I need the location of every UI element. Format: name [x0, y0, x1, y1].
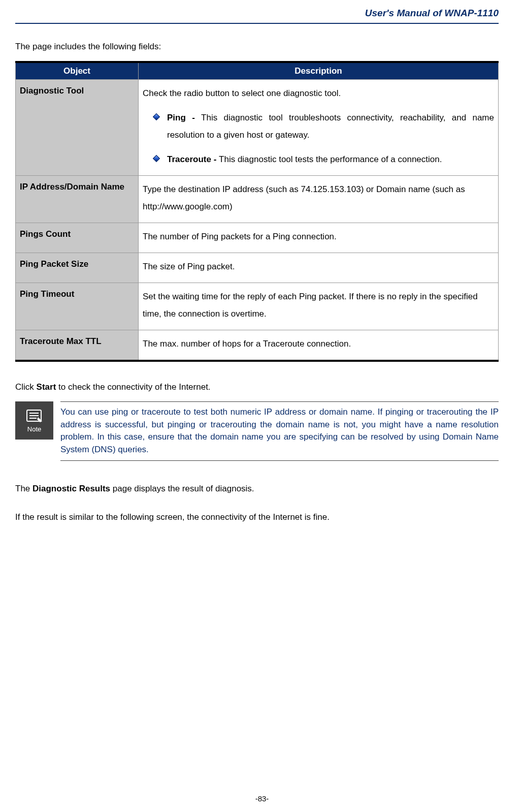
text-segment: The [15, 484, 32, 493]
note-text: You can use ping or traceroute to test b… [60, 406, 499, 456]
header-divider [15, 23, 499, 24]
field-object: Ping Timeout [16, 283, 139, 330]
note-text-container: You can use ping or traceroute to test b… [60, 401, 499, 461]
post-note-section: The Diagnostic Results page displays the… [15, 479, 499, 527]
field-description: The size of Ping packet. [139, 253, 499, 283]
header-title: User's Manual of WNAP-1110 [15, 8, 499, 19]
field-description: Set the waiting time for the reply of ea… [139, 283, 499, 330]
start-bold: Start [37, 382, 56, 392]
fields-table: Object Description Diagnostic Tool Check… [15, 61, 499, 362]
table-row: IP Address/Domain Name Type the destinat… [16, 176, 499, 223]
col-header-description: Description [139, 62, 499, 80]
table-row: Ping Packet Size The size of Ping packet… [16, 253, 499, 283]
field-description: Type the destination IP address (such as… [139, 176, 499, 223]
bullet-item: Traceroute - This diagnostic tool tests … [143, 151, 494, 168]
field-description: The max. number of hops for a Traceroute… [139, 330, 499, 361]
text-segment: to check the connectivity of the Interne… [56, 382, 210, 392]
note-block: Note You can use ping or traceroute to t… [15, 401, 499, 461]
page-number: -83- [0, 794, 524, 803]
field-description: Check the radio button to select one dia… [139, 80, 499, 176]
intro-text: The page includes the following fields: [15, 42, 499, 52]
text-segment: page displays the result of diagnosis. [110, 484, 254, 493]
diagnostic-results-line: The Diagnostic Results page displays the… [15, 479, 499, 498]
table-row: Ping Timeout Set the waiting time for th… [16, 283, 499, 330]
diagnostic-results-bold: Diagnostic Results [32, 484, 110, 493]
result-description-line: If the result is similar to the followin… [15, 507, 499, 527]
col-header-object: Object [16, 62, 139, 80]
text-segment: Click [15, 382, 37, 392]
table-row: Pings Count The number of Ping packets f… [16, 223, 499, 253]
field-object: Traceroute Max TTL [16, 330, 139, 361]
field-description: The number of Ping packets for a Ping co… [139, 223, 499, 253]
bullet-label: Ping - [167, 113, 201, 122]
note-label: Note [27, 425, 41, 433]
table-row: Diagnostic Tool Check the radio button t… [16, 80, 499, 176]
bullet-label: Traceroute - [167, 154, 219, 164]
table-row: Traceroute Max TTL The max. number of ho… [16, 330, 499, 361]
note-icon: Note [15, 401, 53, 440]
desc-intro: Check the radio button to select one dia… [143, 88, 341, 98]
diamond-icon [153, 155, 160, 162]
click-start-text: Click Start to check the connectivity of… [15, 382, 499, 392]
bullet-text: This diagnostic tool tests the performan… [219, 154, 442, 164]
field-object: Pings Count [16, 223, 139, 253]
bullet-item: Ping - This diagnostic tool troubleshoot… [143, 109, 494, 144]
bullet-text: This diagnostic tool troubleshoots conne… [167, 113, 494, 140]
field-object: Diagnostic Tool [16, 80, 139, 176]
field-object: IP Address/Domain Name [16, 176, 139, 223]
diamond-icon [153, 113, 160, 120]
field-object: Ping Packet Size [16, 253, 139, 283]
